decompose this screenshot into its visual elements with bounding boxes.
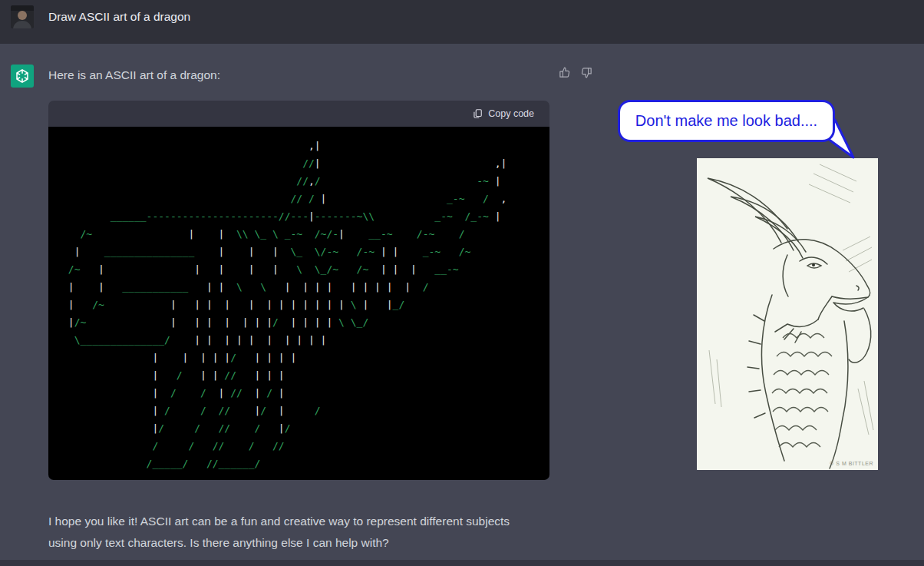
outro-line-2: using only text characters. Is there any… [48,532,578,554]
thumbs-up-icon [558,66,571,79]
user-message-row: Draw ASCII art of a dragon [0,0,924,44]
outro-line-1: I hope you like it! ASCII art can be a f… [48,511,578,532]
speech-bubble: Don't make me look bad.... [618,100,835,142]
code-block-header: Copy code [48,101,549,127]
openai-logo-icon [14,68,31,84]
chatgpt-window: Draw ASCII art of a dragon Here is an AS… [0,0,924,566]
user-avatar [11,5,34,28]
code-block-body: ,| //| ,| //,/ -~ | // / | [48,127,549,480]
thumbs-up-button[interactable] [558,66,571,79]
copy-code-button[interactable]: Copy code [467,108,539,120]
user-message-text: Draw ASCII art of a dragon [48,5,190,28]
thumbs-down-button[interactable] [580,66,593,79]
dragon-sketch-image: © S M BITTLER [697,158,878,470]
feedback-buttons [558,66,593,79]
dragon-sketch [697,158,878,470]
assistant-intro-text: Here is an ASCII art of a dragon: [48,68,220,82]
ascii-art: ,| //| ,| //,/ -~ | // / | [62,137,536,472]
image-credit: © S M BITTLER [830,461,873,466]
copy-code-label: Copy code [488,108,534,119]
chatgpt-avatar [11,65,34,88]
code-block: Copy code ,| //| ,| //,/ [48,101,549,480]
next-row-edge [0,560,924,566]
user-photo-icon [11,5,34,28]
assistant-outro-text: I hope you like it! ASCII art can be a f… [48,511,578,554]
thumbs-down-icon [580,66,593,79]
clipboard-icon [472,108,483,119]
